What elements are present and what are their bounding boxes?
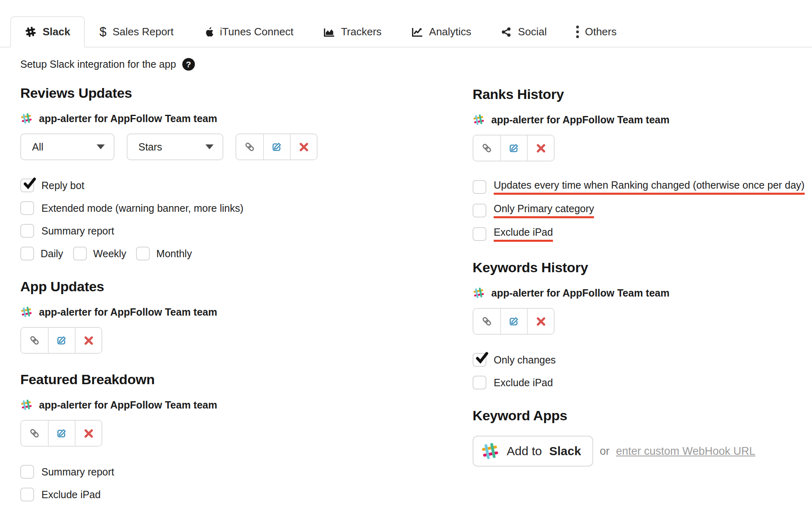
- tab-label: iTunes Connect: [220, 26, 294, 38]
- featured-controls: [20, 420, 370, 447]
- edit-icon: [271, 141, 283, 153]
- link-icon: [481, 142, 493, 154]
- keywords-options: Only changes Exclude iPad: [473, 353, 805, 390]
- tab-label: Analytics: [429, 26, 471, 38]
- edit-channel-button[interactable]: [500, 309, 527, 334]
- custom-webhook-link[interactable]: enter custom WebHook URL: [616, 445, 755, 458]
- check-icon: [22, 176, 38, 191]
- checkbox-label: Exclude iPad: [494, 377, 553, 389]
- exclude-ipad-row: Exclude iPad: [20, 487, 370, 502]
- reviews-channel-actions: [235, 133, 317, 160]
- extended-mode-checkbox[interactable]: [20, 201, 34, 215]
- featured-channel-actions: [20, 420, 102, 447]
- only-changes-row: Only changes: [473, 353, 805, 367]
- slack-logo-icon: [20, 399, 32, 411]
- checkbox-label: Only changes: [494, 354, 556, 366]
- ranks-channel-actions: [473, 135, 555, 161]
- link-icon: [28, 427, 41, 439]
- edit-channel-button[interactable]: [263, 134, 290, 159]
- tab-others[interactable]: Others: [561, 16, 631, 47]
- channel-team-label: app-alerter for AppFollow Team team: [39, 399, 217, 411]
- edit-channel-button[interactable]: [48, 421, 75, 446]
- remove-channel-button[interactable]: [527, 309, 554, 334]
- webhook-link-button[interactable]: [21, 328, 48, 353]
- extended-mode-row: Extended mode (warning banner, more link…: [20, 201, 370, 215]
- slack-logo-icon: [473, 114, 485, 126]
- daily-checkbox[interactable]: [20, 247, 34, 260]
- weekly-checkbox[interactable]: [73, 247, 87, 260]
- remove-channel-button[interactable]: [290, 134, 317, 159]
- question-circle-icon[interactable]: ?: [182, 58, 195, 71]
- edit-icon: [508, 142, 520, 154]
- dollar-icon: $: [99, 26, 106, 38]
- checkbox-label: Reply bot: [41, 180, 84, 191]
- link-icon: [481, 315, 493, 327]
- selected-value: Stars: [138, 141, 162, 153]
- left-column: Setup Slack integration for the app ? Re…: [20, 47, 370, 510]
- only-primary-category-checkbox[interactable]: [473, 204, 486, 217]
- edit-icon: [508, 315, 520, 327]
- summary-report-checkbox[interactable]: [20, 465, 34, 479]
- intro-row: Setup Slack integration for the app ?: [20, 58, 370, 71]
- add-to-slack-button[interactable]: Add to Slack: [473, 436, 593, 467]
- add-to-slack-prefix: Add to: [507, 444, 542, 458]
- stars-filter-select[interactable]: Stars: [127, 133, 223, 160]
- slack-hash-icon: [25, 26, 37, 38]
- tab-analytics[interactable]: Analytics: [396, 16, 486, 47]
- webhook-link-button[interactable]: [21, 421, 48, 446]
- tab-social[interactable]: Social: [486, 16, 561, 47]
- tab-label: Slack: [43, 26, 70, 38]
- webhook-link-button[interactable]: [473, 309, 500, 334]
- remove-icon: [298, 142, 309, 153]
- section-title-featured-breakdown: Featured Breakdown: [20, 372, 370, 387]
- only-changes-checkbox[interactable]: [473, 353, 486, 367]
- edit-icon: [56, 334, 68, 346]
- summary-report-checkbox[interactable]: [20, 224, 34, 238]
- reviews-controls: All Stars: [20, 133, 370, 160]
- monthly-checkbox[interactable]: [136, 247, 150, 260]
- keyword-apps-actions: Add to Slack or enter custom WebHook URL: [473, 436, 805, 467]
- exclude-ipad-row: Exclude iPad: [473, 226, 805, 242]
- tab-sales-report[interactable]: $ Sales Report: [85, 16, 188, 47]
- exclude-ipad-checkbox[interactable]: [20, 488, 34, 501]
- checkbox-label: Monthly: [156, 248, 192, 260]
- section-title-reviews-updates: Reviews Updates: [20, 85, 370, 101]
- slack-logo-icon: [20, 306, 32, 318]
- ranks-options: Updates every time when Ranking changed …: [473, 179, 805, 242]
- reply-bot-checkbox[interactable]: [20, 179, 34, 192]
- exclude-ipad-checkbox[interactable]: [473, 227, 486, 241]
- ranking-updates-checkbox[interactable]: [473, 180, 486, 194]
- reviews-options: Reply bot Extended mode (warning banner,…: [20, 178, 370, 261]
- tab-trackers[interactable]: Trackers: [308, 16, 396, 47]
- remove-icon: [83, 428, 94, 439]
- app-updates-channel-row: app-alerter for AppFollow Team team: [20, 306, 370, 318]
- checkbox-label: Exclude iPad: [494, 226, 553, 242]
- channel-team-label: app-alerter for AppFollow Team team: [39, 306, 217, 318]
- intro-text: Setup Slack integration for the app: [20, 58, 176, 70]
- link-icon: [28, 334, 41, 346]
- remove-channel-button[interactable]: [527, 135, 554, 161]
- webhook-link-button[interactable]: [236, 134, 263, 159]
- checkbox-label: Summary report: [41, 466, 114, 478]
- channel-team-label: app-alerter for AppFollow Team team: [491, 114, 669, 126]
- edit-channel-button[interactable]: [48, 328, 75, 353]
- edit-channel-button[interactable]: [500, 135, 527, 161]
- remove-channel-button[interactable]: [75, 328, 102, 353]
- tab-slack[interactable]: Slack: [10, 16, 85, 47]
- tab-itunes-connect[interactable]: iTunes Connect: [188, 16, 308, 47]
- check-icon: [474, 350, 490, 366]
- summary-report-row: Summary report: [20, 465, 370, 479]
- app-updates-channel-actions: [20, 327, 102, 354]
- remove-channel-button[interactable]: [75, 421, 102, 446]
- share-icon: [501, 26, 512, 38]
- frequency-row: Daily Weekly Monthly: [20, 246, 370, 261]
- line-chart-icon: [411, 26, 423, 38]
- webhook-link-button[interactable]: [473, 135, 500, 161]
- reviews-filter-select[interactable]: All: [20, 133, 114, 160]
- keywords-controls: [473, 308, 805, 335]
- exclude-ipad-checkbox[interactable]: [473, 376, 486, 389]
- checkbox-label: Summary report: [41, 225, 114, 237]
- link-icon: [244, 141, 256, 153]
- channel-team-label: app-alerter for AppFollow Team team: [491, 287, 669, 299]
- featured-channel-row: app-alerter for AppFollow Team team: [20, 399, 370, 411]
